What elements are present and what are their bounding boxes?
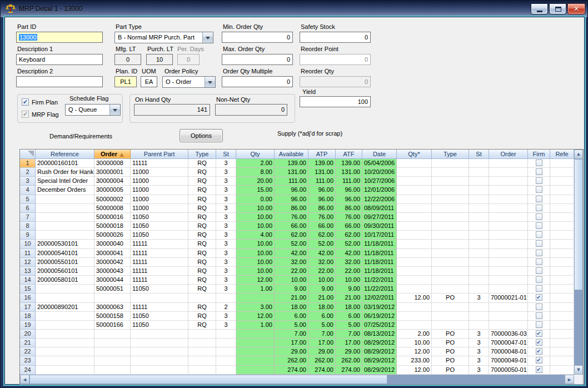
cell-date[interactable]: 08/29/2012 <box>362 347 397 356</box>
cell-st[interactable] <box>216 294 236 302</box>
row-number-cell[interactable]: 23 <box>20 356 36 365</box>
cell-o2[interactable]: 70000047-01 <box>489 339 528 347</box>
cell-ty[interactable]: RQ <box>188 195 216 204</box>
row-number-cell[interactable]: 9 <box>20 231 36 240</box>
firm-checkbox[interactable] <box>536 304 542 310</box>
cell-qty[interactable]: 1.00 <box>236 285 275 294</box>
cell-ref[interactable]: 200000580101 <box>36 276 94 285</box>
cell-atp[interactable]: 42.00 <box>308 249 336 258</box>
cell-reference2[interactable] <box>550 258 574 267</box>
cell-o2[interactable]: 70000050-01 <box>489 366 528 375</box>
cell-st[interactable] <box>216 347 236 356</box>
cell-ord[interactable] <box>94 347 131 356</box>
cell-atp[interactable]: 62.00 <box>308 231 336 240</box>
cell-pp[interactable]: 11111 <box>131 303 188 312</box>
cell-ty[interactable]: RQ <box>188 213 216 222</box>
row-number-cell[interactable]: 14 <box>20 276 36 285</box>
cell-ref[interactable]: 200000550101 <box>36 258 94 267</box>
cell-pp[interactable] <box>131 339 188 347</box>
cell-atf[interactable]: 7.00 <box>336 330 362 339</box>
cell-pp[interactable]: 11111 <box>131 258 188 267</box>
cell-t2[interactable] <box>432 186 469 195</box>
cell-o2[interactable] <box>489 312 528 321</box>
cell-ref[interactable]: 200000560101 <box>36 267 94 276</box>
cell-reference2[interactable] <box>550 186 574 195</box>
cell-st[interactable]: 3 <box>216 249 236 258</box>
cell-qty[interactable] <box>236 330 275 339</box>
cell-ty[interactable]: RQ <box>188 186 216 195</box>
cell-atf[interactable]: 86.00 <box>336 204 362 213</box>
cell-s2[interactable] <box>469 312 489 321</box>
cell-date[interactable]: 11/22/2011 <box>362 285 397 294</box>
horizontal-scrollbar[interactable]: ◄ ► <box>20 375 574 384</box>
cell-ref[interactable] <box>36 294 94 302</box>
horizontal-scroll-thumb[interactable] <box>29 375 387 384</box>
cell-pp[interactable]: 11000 <box>131 186 188 195</box>
cell-firm[interactable] <box>528 231 550 240</box>
cell-atp[interactable]: 274.00 <box>308 366 336 375</box>
firm-checkbox[interactable] <box>536 205 542 211</box>
cell-s2[interactable] <box>469 222 489 231</box>
cell-qty[interactable]: 12.00 <box>236 276 275 285</box>
firm-checkbox[interactable] <box>536 160 542 166</box>
cell-reference2[interactable] <box>550 303 574 312</box>
row-number-cell[interactable]: 8 <box>20 222 36 231</box>
purch-lt-field[interactable]: 10 <box>146 54 173 65</box>
cell-q2[interactable] <box>397 222 432 231</box>
cell-firm[interactable] <box>528 186 550 195</box>
cell-t2[interactable] <box>432 276 469 285</box>
cell-q2[interactable] <box>397 249 432 258</box>
cell-ty[interactable]: RQ <box>188 249 216 258</box>
cell-q2[interactable] <box>397 213 432 222</box>
cell-ord[interactable]: 50000051 <box>94 285 131 294</box>
cell-qty[interactable]: 10.00 <box>236 249 275 258</box>
cell-q2[interactable] <box>397 159 432 168</box>
cell-t2[interactable] <box>432 159 469 168</box>
safety-stock-field[interactable]: 0 <box>300 32 371 43</box>
cell-st[interactable]: 3 <box>216 168 236 177</box>
scroll-right-button[interactable]: ► <box>565 375 574 384</box>
cell-date[interactable]: 12/01/2006 <box>362 186 397 195</box>
cell-firm[interactable] <box>528 312 550 321</box>
cell-qty[interactable]: 4.00 <box>236 231 275 240</box>
cell-date[interactable]: 12/02/2011 <box>362 294 397 302</box>
minimize-button[interactable] <box>531 3 548 14</box>
cell-date[interactable]: 10/27/2006 <box>362 177 397 186</box>
cell-st[interactable]: 3 <box>216 231 236 240</box>
title-bar[interactable]: MRP Detail 1 - 13000 ✕ <box>1 1 588 17</box>
cell-ord[interactable]: 30000040 <box>94 240 131 248</box>
cell-av[interactable]: 29.00 <box>275 347 308 356</box>
cell-atp[interactable]: 9.00 <box>308 285 336 294</box>
cell-firm[interactable] <box>528 330 550 339</box>
cell-reference2[interactable] <box>550 231 574 240</box>
cell-o2[interactable] <box>489 159 528 168</box>
row-number-cell[interactable]: 10 <box>20 240 36 248</box>
cell-atp[interactable]: 96.00 <box>308 195 336 204</box>
firm-plan-checkbox[interactable] <box>22 98 29 106</box>
row-number-cell[interactable]: 19 <box>20 321 36 330</box>
cell-ty[interactable]: RQ <box>188 159 216 168</box>
cell-av[interactable]: 262.00 <box>275 356 308 365</box>
cell-atp[interactable]: 52.00 <box>308 240 336 248</box>
cell-q2[interactable] <box>397 186 432 195</box>
cell-qty[interactable] <box>236 294 275 302</box>
cell-s2[interactable] <box>469 159 489 168</box>
cell-s2[interactable]: 3 <box>469 294 489 302</box>
cell-ty[interactable] <box>188 330 216 339</box>
cell-av[interactable]: 131.00 <box>275 168 308 177</box>
cell-st[interactable]: 3 <box>216 177 236 186</box>
cell-ord[interactable] <box>94 330 131 339</box>
min-order-qty-field[interactable]: 0 <box>222 32 293 43</box>
cell-firm[interactable] <box>528 213 550 222</box>
cell-qty[interactable]: 10.00 <box>236 213 275 222</box>
cell-reference2[interactable] <box>550 347 574 356</box>
description1-field[interactable]: Keyboard <box>16 54 103 65</box>
row-number-cell[interactable]: 3 <box>20 177 36 186</box>
cell-s2[interactable] <box>469 285 489 294</box>
cell-pp[interactable]: 11000 <box>131 195 188 204</box>
col-header-atp[interactable]: ATP <box>308 150 336 159</box>
cell-t2[interactable] <box>432 213 469 222</box>
cell-ref[interactable] <box>36 330 94 339</box>
vertical-scrollbar[interactable]: ▲ ▼ <box>574 150 583 375</box>
row-number-cell[interactable]: 17 <box>20 303 36 312</box>
